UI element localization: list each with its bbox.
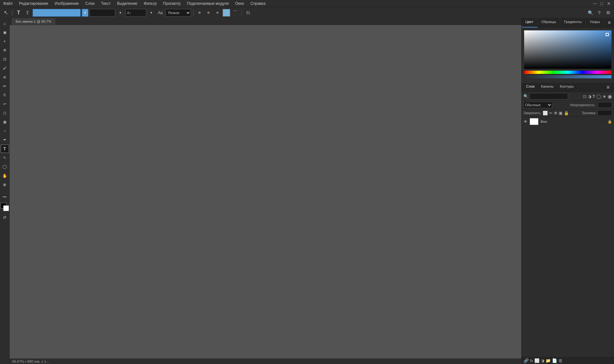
shape-tool[interactable]: ◯ — [1, 162, 9, 171]
opacity-input[interactable]: 100% — [598, 102, 612, 108]
fg-color-swatch[interactable] — [1, 203, 9, 211]
color-gradient-area[interactable] — [524, 30, 611, 69]
font-style-input[interactable]: Regular — [90, 9, 115, 17]
filter-toggle-btn[interactable]: ◉ — [608, 93, 612, 99]
character-panel-btn[interactable]: 🗀 — [244, 9, 252, 17]
group-layers-btn[interactable]: 📁 — [546, 358, 551, 363]
text-tool[interactable]: T — [1, 145, 9, 153]
filter-pixel-btn[interactable]: ⊡ — [583, 94, 586, 99]
menu-view[interactable]: Просмотр — [162, 1, 182, 6]
hand-tool[interactable]: ✋ — [1, 171, 9, 180]
tab-color[interactable]: Цвет — [522, 18, 538, 28]
font-size-input[interactable]: 18 пт — [132, 11, 145, 15]
lock-all-btn[interactable]: 🔒 — [564, 111, 569, 115]
menu-text[interactable]: Текст — [100, 1, 112, 6]
blend-mode-select[interactable]: Обычные — [523, 102, 552, 108]
layer-mask-btn[interactable]: ⬜ — [534, 358, 539, 363]
spot-heal-tool[interactable]: ⊛ — [1, 73, 9, 81]
layers-search-input[interactable]: Слои — [530, 93, 568, 99]
font-size-dropdown[interactable]: ▼ — [147, 9, 155, 17]
hue-slider[interactable] — [524, 71, 611, 74]
menu-edit[interactable]: Редактирование — [18, 1, 50, 6]
switch-colors-btn[interactable]: ⇄ — [1, 213, 9, 221]
menu-help[interactable]: Справка — [249, 1, 267, 6]
magic-wand-tool[interactable]: ✲ — [1, 46, 9, 54]
menu-filter[interactable]: Фильтр — [143, 1, 158, 6]
text-orient-btn[interactable]: 𝕋 — [24, 9, 31, 17]
fill-label: Заливка: — [582, 111, 596, 115]
link-layers-btn[interactable]: 🔗 — [523, 358, 529, 363]
home-tool[interactable]: ⌂ — [1, 19, 9, 28]
help-btn[interactable]: ? — [595, 9, 603, 17]
adjustment-layer-btn[interactable]: ◑ — [541, 358, 544, 363]
filter-shape-btn[interactable]: ◯ — [596, 94, 601, 99]
menu-image[interactable]: Изображение — [53, 1, 80, 6]
menu-file[interactable]: Файл — [2, 1, 14, 6]
lock-artboard-btn[interactable]: ▣ — [559, 111, 563, 115]
filter-smart-btn[interactable]: ★ — [602, 94, 606, 99]
color-picker-cursor — [606, 33, 609, 36]
case-toggle-btn[interactable]: Aa — [156, 9, 164, 17]
tab-channels[interactable]: Каналы — [538, 83, 557, 92]
align-left-btn[interactable]: ≡ — [196, 9, 203, 17]
font-name-input[interactable]: Christmas Cherrio — [33, 9, 81, 17]
eyedropper-tool[interactable]: 🖋 — [1, 64, 9, 72]
path-select-tool[interactable]: ↖ — [1, 154, 9, 162]
eraser-tool[interactable]: ◻ — [1, 109, 9, 117]
sharpness-select[interactable]: Резкое — [165, 9, 191, 17]
zoom-tool[interactable]: ⊕ — [1, 180, 9, 189]
lock-position-btn[interactable]: ✥ — [554, 111, 557, 115]
marquee-tool[interactable]: ▣ — [1, 28, 9, 36]
history-brush-tool[interactable]: ↩ — [1, 100, 9, 108]
delete-layer-btn[interactable]: 🗑 — [558, 358, 563, 363]
layer-visibility-icon[interactable]: 👁 — [523, 119, 528, 124]
menu-select[interactable]: Выделение — [116, 1, 139, 6]
font-style-dropdown[interactable]: ▼ — [116, 9, 124, 17]
panel-collapse-btn[interactable]: ≡ — [604, 18, 614, 28]
tab-swatches[interactable]: Образцы — [538, 18, 560, 28]
lock-transparent-btn[interactable]: ⬜ — [543, 111, 548, 115]
minimize-btn[interactable]: ─ — [592, 0, 598, 7]
alpha-slider[interactable] — [524, 75, 611, 78]
filter-adjust-btn[interactable]: ◑ — [588, 94, 591, 99]
move-tool-btn[interactable]: ↖ — [2, 9, 10, 17]
clone-stamp-tool[interactable]: ⎘ — [1, 91, 9, 99]
dodge-tool[interactable]: ○ — [1, 127, 9, 135]
close-btn[interactable]: ✕ — [606, 0, 612, 7]
gradient-tool[interactable]: ▦ — [1, 118, 9, 126]
toolbar-sep-1 — [193, 10, 193, 16]
tab-layers[interactable]: Слои — [523, 83, 538, 92]
layers-filter-bar: 🔍 Слои ⊡ ◑ T ◯ ★ ◉ — [522, 92, 614, 101]
layers-panel-menu-btn[interactable]: ≡ — [603, 83, 613, 92]
filter-text-btn[interactable]: T — [593, 94, 595, 99]
zoom-info: 66.67% • 890 пик. x 1... — [12, 360, 49, 363]
right-panel: Цвет Образцы Градиенты Узоры ≡ Слои Кана… — [521, 18, 614, 364]
crop-tool[interactable]: ⊡ — [1, 55, 9, 63]
new-layer-btn[interactable]: 📄 — [552, 358, 557, 363]
font-dropdown-btn[interactable]: ▼ — [82, 9, 88, 17]
lock-pixels-btn[interactable]: ✏ — [549, 111, 553, 115]
layer-row-bg[interactable]: 👁 Фон 🔒 — [522, 117, 614, 127]
fill-input[interactable]: 100% — [598, 110, 612, 116]
brush-tool[interactable]: ✏ — [1, 82, 9, 90]
more-tools-btn[interactable]: ••• — [1, 193, 9, 201]
lasso-tool[interactable]: ⌖ — [1, 37, 9, 45]
search-btn[interactable]: 🔍 — [586, 9, 594, 17]
menu-window[interactable]: Окно — [234, 1, 245, 6]
align-center-btn[interactable]: ≡ — [205, 9, 212, 17]
pen-tool[interactable]: ✒ — [1, 136, 9, 144]
menu-plugins[interactable]: Подключаемые модули — [186, 1, 230, 6]
text-color-swatch[interactable] — [223, 9, 230, 17]
layer-effects-btn[interactable]: fx — [530, 358, 533, 363]
file-tab[interactable]: Без имени-1 @ 66,7% — [12, 19, 55, 24]
align-right-btn[interactable]: ≡ — [214, 9, 221, 17]
maximize-btn[interactable]: □ — [599, 0, 604, 7]
tab-patterns[interactable]: Узоры — [586, 18, 604, 28]
menu-layers[interactable]: Слои — [84, 1, 96, 6]
tab-paths[interactable]: Контуры — [557, 83, 577, 92]
arrange-btn[interactable]: ⧉ — [604, 9, 612, 17]
tab-gradients[interactable]: Градиенты — [560, 18, 586, 28]
warp-text-btn[interactable]: ⌒ — [232, 9, 239, 17]
color-panel-tabs: Цвет Образцы Градиенты Узоры ≡ — [522, 18, 614, 28]
text-tool-btn[interactable]: T — [15, 9, 22, 17]
